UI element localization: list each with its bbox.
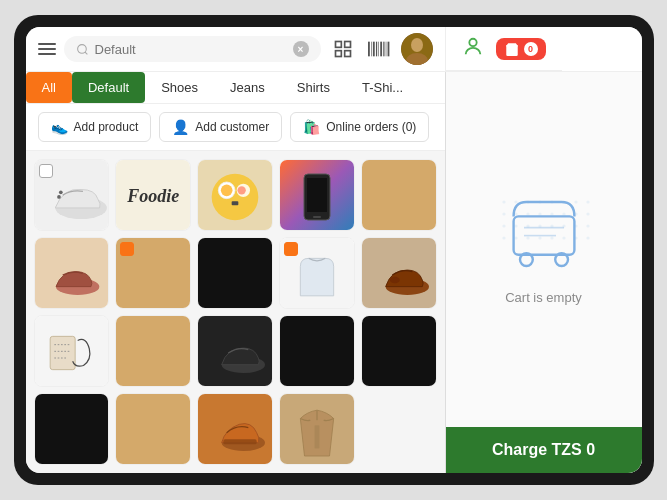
cart-empty-text: Cart is empty [505,290,582,305]
hamburger-menu-icon[interactable] [38,43,56,55]
charge-button[interactable]: Charge TZS 0 [446,427,642,473]
product-checkbox-checked[interactable] [284,242,298,256]
svg-point-50 [502,212,505,215]
svg-point-48 [574,200,577,203]
svg-rect-5 [368,42,370,57]
svg-point-68 [526,236,529,239]
svg-point-20 [57,195,61,199]
svg-rect-4 [344,51,350,57]
product-card[interactable]: Suit Shoes [115,315,191,387]
avatar[interactable] [401,33,433,65]
svg-point-22 [212,174,259,221]
tab-tshi[interactable]: T-Shi... [346,72,419,103]
svg-point-43 [514,200,517,203]
svg-rect-2 [344,42,350,48]
tablet-frame: × [14,15,654,485]
product-card[interactable]: Test [34,393,110,465]
product-card[interactable]: IPhone 10 [361,159,437,231]
screen: × [26,27,642,473]
svg-rect-13 [387,42,389,57]
search-icon [76,43,89,56]
svg-rect-7 [372,42,374,57]
svg-rect-12 [385,42,386,57]
add-product-button[interactable]: 👟 Add product [38,112,152,142]
svg-rect-30 [313,216,321,218]
svg-point-59 [514,224,517,227]
product-card[interactable]: Test test [115,393,191,465]
person-add-icon: 👤 [172,119,189,135]
online-orders-button[interactable]: 🛍️ Online orders (0) [290,112,429,142]
search-input[interactable] [95,42,287,57]
right-panel-header: 0 [446,28,562,71]
product-card[interactable]: Test [361,315,437,387]
left-panel: All Default Shoes Jeans Shirts T-Shi... … [26,72,446,473]
cart-count-badge: 0 [524,42,538,56]
product-card[interactable]: Polo T-shirt [279,237,355,309]
cart-badge-button[interactable]: 0 [496,38,546,60]
grid-view-icon[interactable] [329,35,357,63]
barcode-icon[interactable] [365,35,393,63]
svg-rect-34 [51,336,76,369]
svg-point-15 [411,38,423,52]
svg-rect-9 [378,42,379,57]
product-card[interactable]: Hill Water [279,159,355,231]
svg-point-21 [58,190,62,194]
svg-point-73 [586,236,589,239]
product-card[interactable]: All Star Shoes [34,159,110,231]
shoe-icon: 👟 [51,119,68,135]
svg-point-26 [237,186,245,194]
svg-rect-10 [380,42,382,57]
action-bar: 👟 Add product 👤 Add customer 🛍️ Online o… [26,104,445,151]
product-card[interactable]: Bibimbap [197,159,273,231]
svg-rect-8 [375,42,376,57]
product-checkbox-checked[interactable] [120,242,134,256]
svg-point-52 [526,212,529,215]
product-card[interactable]: Suit Shoes [197,315,273,387]
product-card[interactable]: Timberland Boo... [197,393,273,465]
filter-tabs: All Default Shoes Jeans Shirts T-Shi... [26,72,445,104]
clear-search-button[interactable]: × [293,41,309,57]
svg-point-42 [502,200,505,203]
svg-point-53 [538,212,541,215]
product-card[interactable]: Maroon Shoes [34,237,110,309]
add-customer-button[interactable]: 👤 Add customer [159,112,282,142]
svg-rect-1 [335,42,341,48]
svg-point-54 [550,212,553,215]
svg-point-71 [562,236,565,239]
product-card[interactable]: Service Based [34,315,110,387]
person-icon-button[interactable] [462,36,484,62]
product-card[interactable]: Woman Coat [279,393,355,465]
svg-point-58 [502,224,505,227]
svg-rect-41 [314,425,319,448]
main-area: All Default Shoes Jeans Shirts T-Shi... … [26,72,642,473]
svg-rect-11 [383,42,384,57]
tab-all[interactable]: All [26,72,72,103]
svg-rect-27 [232,201,239,205]
product-card[interactable]: Test [279,315,355,387]
svg-point-57 [586,212,589,215]
left-header: × [26,27,446,71]
svg-point-17 [469,38,476,45]
full-header: × [26,27,642,72]
svg-point-55 [562,212,565,215]
tab-shirts[interactable]: Shirts [281,72,346,103]
svg-point-65 [586,224,589,227]
svg-rect-29 [307,178,327,212]
search-bar[interactable]: × [64,36,321,62]
cart-empty-illustration [494,194,594,278]
tab-default[interactable]: Default [72,72,145,103]
product-card[interactable]: Nyanya Chungu [197,237,273,309]
tab-shoes[interactable]: Shoes [145,72,214,103]
product-checkbox[interactable] [39,164,53,178]
product-card[interactable]: New test [115,237,191,309]
svg-point-66 [502,236,505,239]
svg-rect-3 [335,51,341,57]
product-card[interactable]: Foodie Backpack [115,159,191,231]
product-card[interactable]: Red Suit Shoes [361,237,437,309]
products-grid: All Star Shoes Foodie Backpack Bibimbap [26,151,445,473]
svg-point-33 [389,277,399,284]
tab-jeans[interactable]: Jeans [214,72,281,103]
svg-rect-40 [223,439,256,444]
svg-point-49 [586,200,589,203]
svg-point-69 [538,236,541,239]
